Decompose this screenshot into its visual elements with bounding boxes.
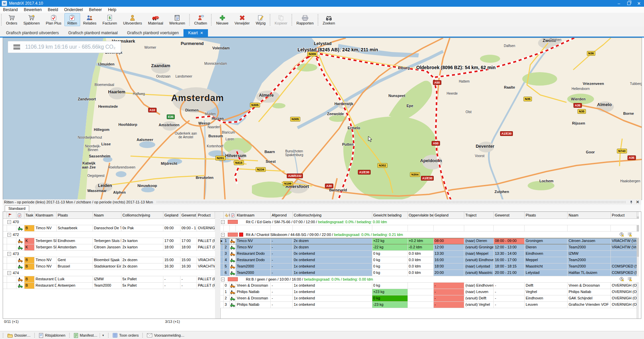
grid-cell[interactable] bbox=[230, 251, 236, 257]
grid-cell[interactable]: Citroen Janssen bbox=[568, 238, 611, 244]
grid-cell[interactable] bbox=[230, 270, 236, 276]
grid-cell[interactable]: Terbergen Slu bbox=[35, 244, 57, 250]
list-warn-icon[interactable] bbox=[627, 232, 632, 237]
grid-cell[interactable]: 13:30 - 14:00 bbox=[494, 251, 525, 257]
grid-cell[interactable]: 0x onbekend bbox=[293, 257, 372, 263]
grid-cell[interactable]: PALLET (P bbox=[197, 238, 215, 244]
grid-cell[interactable]: Grafische Vrienden VOF bbox=[568, 302, 611, 308]
grid-cell[interactable]: - bbox=[494, 283, 525, 289]
grid-splitter[interactable] bbox=[215, 212, 221, 319]
grid-cell[interactable]: - bbox=[271, 289, 293, 295]
clock-warn-icon[interactable] bbox=[620, 277, 625, 281]
table-row[interactable]: KTerbergen SluEindhovenTerbergen Sluis N… bbox=[3, 238, 215, 244]
grid-cell[interactable] bbox=[611, 257, 639, 263]
grid-cell[interactable]: 5x Pallet bbox=[121, 283, 163, 289]
column-header[interactable]: Inc bbox=[224, 212, 230, 219]
grid-cell[interactable]: 16:00 - 17:00 bbox=[494, 257, 525, 263]
grid-cell[interactable]: Team2000 bbox=[568, 263, 611, 270]
grid-cell[interactable]: Maastricht bbox=[525, 263, 568, 270]
column-header[interactable]: Plaats bbox=[525, 212, 568, 219]
werkuren-button[interactable]: Werkuren bbox=[166, 13, 188, 26]
grid-cell[interactable]: 13:30 bbox=[434, 251, 465, 257]
grid-cell[interactable]: (vanuit) Eindhove bbox=[464, 257, 494, 263]
grid-cell[interactable]: (naar) Meppel bbox=[464, 251, 494, 257]
grid-cell[interactable]: IZMW bbox=[93, 276, 121, 282]
grid-cell[interactable]: 1x onbekend bbox=[293, 270, 372, 276]
menu-item-beeld[interactable]: Beeld bbox=[45, 7, 61, 12]
wijzig-button[interactable]: Wijzig bbox=[253, 13, 268, 26]
grid-cell[interactable] bbox=[494, 225, 525, 231]
group-row[interactable]: −474 bbox=[3, 270, 215, 276]
grid-cell[interactable]: -23 kg bbox=[372, 302, 408, 308]
grid-cell[interactable]: Bloembol Sjaak bbox=[93, 257, 121, 263]
tab-grafisch-planbord-voertuigen[interactable]: Grafisch planbord voertuigen bbox=[122, 29, 183, 37]
grid-cell[interactable]: Team2000 bbox=[568, 257, 611, 263]
grid-cell[interactable]: 4 bbox=[224, 257, 230, 263]
grid-cell[interactable]: 16:00 bbox=[434, 257, 465, 263]
menu-item-help[interactable]: Help bbox=[105, 7, 119, 12]
right-grid-scrollbar[interactable] bbox=[637, 212, 639, 319]
toolbar-group-handle[interactable] bbox=[189, 14, 191, 26]
grid-cell[interactable]: - bbox=[271, 257, 293, 263]
grid-cell[interactable] bbox=[16, 257, 24, 263]
grid-cell[interactable]: IZMW bbox=[568, 251, 611, 257]
grid-cell[interactable]: - bbox=[434, 289, 465, 295]
grid-cell[interactable] bbox=[434, 225, 465, 231]
grid-cell[interactable] bbox=[3, 244, 7, 250]
table-row[interactable]: 3Philips Natlab-1x onbekend-23 kg-(vanui… bbox=[220, 302, 639, 308]
grid-cell[interactable]: VRACHTW (Vracht bbox=[611, 244, 639, 250]
grid-cell[interactable]: 2x dozen bbox=[121, 263, 163, 270]
chatten-button[interactable]: Chatten bbox=[191, 13, 210, 26]
grid-cell[interactable]: - bbox=[494, 295, 525, 301]
grid-cell[interactable]: Veghel bbox=[525, 289, 568, 295]
grid-cell[interactable]: B bbox=[24, 276, 35, 282]
orders-button[interactable]: Orders bbox=[3, 13, 20, 26]
grid-cell[interactable]: Vreen & Droosman bbox=[236, 295, 271, 301]
table-row[interactable]: BTimco NVGentBloembol Sjaak2x dozen15:00… bbox=[3, 257, 215, 263]
collapse-icon[interactable]: − bbox=[221, 278, 225, 281]
column-header[interactable]: Traject bbox=[464, 212, 494, 219]
grid-cell[interactable] bbox=[271, 225, 293, 231]
grid-cell[interactable] bbox=[3, 225, 7, 231]
grid-cell[interactable] bbox=[220, 270, 224, 276]
toolbar-group-handle[interactable] bbox=[317, 14, 319, 26]
grid-cell[interactable]: 20:00 - 21:00 bbox=[494, 270, 525, 276]
toon-orders-button[interactable]: Toon orders bbox=[110, 332, 141, 338]
hamburger-menu-icon[interactable] bbox=[13, 45, 20, 49]
manifest--button[interactable]: Manifest…▼ bbox=[71, 332, 107, 339]
table-row[interactable]: BRestaurant DLuikIZMW5x Pallet--PALLET (… bbox=[3, 276, 215, 283]
grid-cell[interactable] bbox=[611, 225, 639, 231]
column-header[interactable]: Colliomschrijving bbox=[121, 212, 163, 219]
dossier--button[interactable]: Dossier… bbox=[5, 333, 33, 338]
grid-cell[interactable]: ▸ bbox=[220, 238, 224, 244]
grid-cell[interactable]: 20:00 bbox=[434, 270, 465, 276]
grid-cell[interactable] bbox=[3, 276, 7, 282]
grid-cell[interactable]: Lelystad bbox=[525, 270, 568, 276]
grid-cell[interactable] bbox=[293, 225, 372, 231]
table-row[interactable]: 0Vreen & Droosman-1x onbekend0 kg-(naar)… bbox=[220, 283, 639, 289]
column-header[interactable]: Product bbox=[197, 212, 215, 219]
grid-cell[interactable]: - bbox=[180, 283, 197, 289]
grid-cell[interactable]: - bbox=[494, 302, 525, 308]
grid-cell[interactable]: - bbox=[271, 263, 293, 270]
grid-cell[interactable]: Restaurant Dodo bbox=[236, 251, 271, 257]
grid-cell[interactable]: 12:00 - 13:00 bbox=[494, 244, 525, 250]
column-header[interactable]: Gewenst bbox=[180, 212, 197, 219]
grid-cell[interactable] bbox=[230, 295, 236, 301]
grid-cell[interactable]: OVERNIGH (Overn bbox=[611, 289, 639, 295]
grid-cell[interactable] bbox=[568, 225, 611, 231]
column-header[interactable]: Product bbox=[611, 212, 639, 219]
grid-cell[interactable]: +0.2 ldm bbox=[408, 238, 434, 244]
grid-cell[interactable] bbox=[230, 302, 236, 308]
grid-cell[interactable] bbox=[230, 257, 236, 263]
table-row[interactable]: BRestaurant DAntwerpenTeam20005x Pallet-… bbox=[3, 283, 215, 289]
grid-cell[interactable]: PALLET (P bbox=[197, 283, 215, 289]
toolbar-group-handle[interactable] bbox=[1, 14, 2, 26]
grid-cell[interactable]: Philips Natlab bbox=[236, 302, 271, 308]
grid-cell[interactable] bbox=[7, 225, 16, 231]
grid-cell[interactable]: (vanuit) Maastric bbox=[464, 270, 494, 276]
grid-cell[interactable]: Timco NV bbox=[236, 238, 271, 244]
grid-cell[interactable]: 09:00 bbox=[163, 225, 180, 231]
grid-cell[interactable]: 0 kg bbox=[372, 270, 408, 276]
plan-plus-button[interactable]: Plan Plus bbox=[43, 13, 64, 26]
